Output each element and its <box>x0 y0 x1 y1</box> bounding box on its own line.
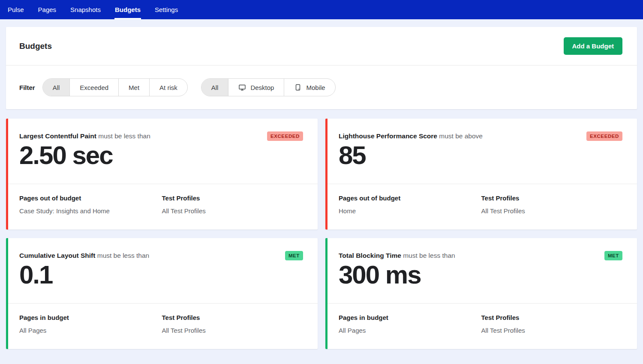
budget-title: Largest Contentful Paint must be less th… <box>19 132 150 140</box>
device-filter-option-mobile[interactable]: Mobile <box>284 79 335 96</box>
metric-condition: must be less than <box>97 252 149 259</box>
pages-value: All Pages <box>19 327 162 334</box>
add-budget-button[interactable]: Add a Budget <box>564 37 623 55</box>
filter-option-label: Desktop <box>250 84 274 91</box>
budget-card-top: Largest Contentful Paint must be less th… <box>6 119 318 184</box>
status-stripe <box>6 238 8 349</box>
page-content: Budgets Add a Budget Filter All Exceeded… <box>0 19 643 349</box>
filter-option-label: Mobile <box>306 84 325 91</box>
profiles-column: Test Profiles All Test Profiles <box>481 314 637 334</box>
budget-value: 85 <box>339 143 622 168</box>
device-filter-option-all[interactable]: All <box>201 79 229 96</box>
pages-label: Pages in budget <box>19 314 162 321</box>
profiles-label: Test Profiles <box>481 314 637 321</box>
device-filter: All Desktop Mobile <box>201 78 336 96</box>
profiles-label: Test Profiles <box>162 194 318 202</box>
page-title: Budgets <box>19 42 52 51</box>
profiles-label: Test Profiles <box>481 194 637 202</box>
budget-card-top: Cumulative Layout Shift must be less tha… <box>6 238 318 304</box>
nav-item-label: Pulse <box>8 6 24 13</box>
budgets-panel: Budgets Add a Budget Filter All Exceeded… <box>6 27 637 109</box>
filter-option-label: All <box>53 84 60 91</box>
status-filter: All Exceeded Met At risk <box>42 78 188 96</box>
filter-label: Filter <box>19 84 35 91</box>
budget-card-top: Total Blocking Time must be less than ME… <box>325 238 637 304</box>
budget-card-top: Lighthouse Performance Score must be abo… <box>325 119 637 184</box>
budget-card-bottom: Pages in budget All Pages Test Profiles … <box>325 304 637 349</box>
status-badge: EXCEEDED <box>267 131 303 141</box>
profiles-value: All Test Profiles <box>481 327 637 334</box>
profiles-column: Test Profiles All Test Profiles <box>481 194 637 215</box>
profiles-value: All Test Profiles <box>162 327 318 334</box>
budget-value: 300 ms <box>339 262 622 288</box>
status-filter-option-all[interactable]: All <box>43 79 70 96</box>
profiles-column: Test Profiles All Test Profiles <box>162 314 318 334</box>
filter-groups: All Exceeded Met At risk All Desktop Mob… <box>42 78 336 96</box>
metric-name: Total Blocking Time <box>339 252 403 259</box>
panel-header: Budgets Add a Budget <box>6 27 637 65</box>
budget-cards-grid: Largest Contentful Paint must be less th… <box>6 119 637 349</box>
nav-item-label: Pages <box>38 6 57 13</box>
status-badge: MET <box>604 251 622 260</box>
budget-card: Lighthouse Performance Score must be abo… <box>325 119 637 230</box>
nav-item-label: Settings <box>155 6 178 13</box>
status-stripe <box>325 119 328 230</box>
budget-title: Lighthouse Performance Score must be abo… <box>339 132 483 140</box>
pages-column: Pages in budget All Pages <box>325 314 481 334</box>
budget-title: Cumulative Layout Shift must be less tha… <box>19 252 149 260</box>
pages-column: Pages out of budget Home <box>325 194 481 215</box>
device-filter-option-desktop[interactable]: Desktop <box>228 79 284 96</box>
profiles-value: All Test Profiles <box>162 207 318 215</box>
metric-condition: must be above <box>439 132 483 140</box>
budget-value: 0.1 <box>19 262 303 288</box>
metric-condition: must be less than <box>98 132 150 140</box>
pages-value: Case Study: Insights and Home <box>19 207 162 215</box>
profiles-column: Test Profiles All Test Profiles <box>162 194 318 215</box>
pages-value: All Pages <box>339 327 481 334</box>
status-stripe <box>325 238 328 349</box>
budget-value: 2.50 sec <box>19 143 303 168</box>
nav-item-pulse[interactable]: Pulse <box>8 0 24 19</box>
budget-card: Total Blocking Time must be less than ME… <box>325 238 637 349</box>
budget-card: Largest Contentful Paint must be less th… <box>6 119 318 230</box>
status-filter-option-exceeded[interactable]: Exceeded <box>70 79 119 96</box>
status-stripe <box>6 119 8 230</box>
status-filter-option-at-risk[interactable]: At risk <box>150 79 187 96</box>
pages-label: Pages out of budget <box>19 194 162 202</box>
budget-card: Cumulative Layout Shift must be less tha… <box>6 238 318 349</box>
status-badge: MET <box>285 251 303 260</box>
pages-column: Pages out of budget Case Study: Insights… <box>6 194 162 215</box>
nav-item-label: Snapshots <box>70 6 101 13</box>
filter-option-label: Met <box>129 84 139 91</box>
budget-card-bottom: Pages in budget All Pages Test Profiles … <box>6 304 318 349</box>
filter-option-label: All <box>211 84 219 91</box>
nav-item-budgets[interactable]: Budgets <box>115 0 141 19</box>
profiles-value: All Test Profiles <box>481 207 637 215</box>
filter-option-label: At risk <box>159 84 177 91</box>
pages-value: Home <box>339 207 481 215</box>
nav-item-label: Budgets <box>115 6 141 13</box>
filter-option-label: Exceeded <box>80 84 108 91</box>
mobile-icon <box>294 84 302 91</box>
budget-card-bottom: Pages out of budget Case Study: Insights… <box>6 184 318 230</box>
filter-row: Filter All Exceeded Met At risk All Desk… <box>6 65 637 109</box>
metric-name: Lighthouse Performance Score <box>339 132 439 140</box>
metric-name: Cumulative Layout Shift <box>19 252 97 259</box>
pages-label: Pages in budget <box>339 314 481 321</box>
pages-column: Pages in budget All Pages <box>6 314 162 334</box>
nav-item-settings[interactable]: Settings <box>155 0 178 19</box>
nav-item-pages[interactable]: Pages <box>38 0 57 19</box>
budget-title: Total Blocking Time must be less than <box>339 252 455 260</box>
profiles-label: Test Profiles <box>162 314 318 321</box>
status-filter-option-met[interactable]: Met <box>119 79 150 96</box>
budget-card-bottom: Pages out of budget Home Test Profiles A… <box>325 184 637 230</box>
nav-item-snapshots[interactable]: Snapshots <box>70 0 101 19</box>
status-badge: EXCEEDED <box>586 131 622 141</box>
desktop-icon <box>238 84 246 91</box>
metric-condition: must be less than <box>403 252 455 259</box>
pages-label: Pages out of budget <box>339 194 481 202</box>
top-navigation: PulsePagesSnapshotsBudgetsSettings <box>0 0 643 19</box>
metric-name: Largest Contentful Paint <box>19 132 98 140</box>
